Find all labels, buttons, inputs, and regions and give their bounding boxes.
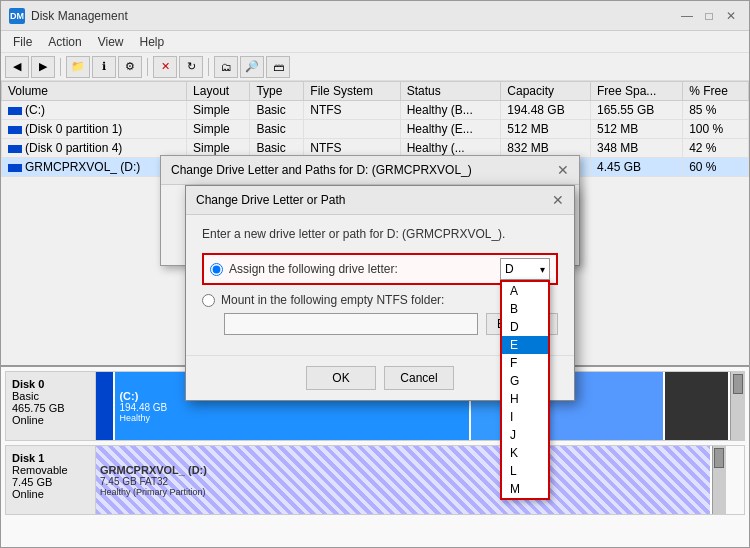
col-capacity[interactable]: Capacity — [501, 82, 591, 101]
toolbar-btn-extra1[interactable]: 🗃 — [266, 56, 290, 78]
folder-path-input[interactable] — [224, 313, 478, 335]
menu-help[interactable]: Help — [132, 33, 173, 51]
toolbar-btn-5[interactable]: ⚙ — [118, 56, 142, 78]
disk-0-scrollbar-thumb[interactable] — [733, 374, 743, 394]
radio-mount-input[interactable] — [202, 294, 215, 307]
volume-icon — [8, 126, 22, 134]
dropdown-item-k[interactable]: K — [502, 444, 548, 462]
table-cell: 85 % — [683, 101, 749, 120]
toolbar-sep-1 — [60, 58, 61, 76]
disk-0-part-black — [665, 372, 730, 440]
disk-1-scrollbar-thumb[interactable] — [714, 448, 724, 468]
disk-1-row: Disk 1 Removable 7.45 GB Online GRMCPRXV… — [5, 445, 745, 515]
dropdown-item-l[interactable]: L — [502, 462, 548, 480]
table-cell: 512 MB — [501, 120, 591, 139]
table-cell: GRMCPRXVOL_ (D:) — [2, 158, 187, 177]
table-cell: NTFS — [304, 101, 400, 120]
radio-group: Assign the following drive letter: D ▾ A… — [202, 253, 558, 335]
disk-1-part-d[interactable]: GRMCPRXVOL_ (D:) 7.45 GB FAT32 Healthy (… — [96, 446, 712, 514]
col-pct[interactable]: % Free — [683, 82, 749, 101]
disk-1-size: 7.45 GB — [12, 476, 89, 488]
menu-action[interactable]: Action — [40, 33, 89, 51]
dropdown-item-f[interactable]: F — [502, 354, 548, 372]
forward-button[interactable]: ▶ — [31, 56, 55, 78]
dropdown-item-a[interactable]: A — [502, 282, 548, 300]
table-cell: 4.45 GB — [590, 158, 682, 177]
col-free[interactable]: Free Spa... — [590, 82, 682, 101]
dialog-bg-close-button[interactable]: ✕ — [557, 162, 569, 178]
dropdown-current-value: D — [505, 262, 514, 276]
toolbar-btn-refresh[interactable]: ↻ — [179, 56, 203, 78]
dropdown-header[interactable]: D ▾ — [500, 258, 550, 280]
ok-button[interactable]: OK — [306, 366, 376, 390]
dialog-bg-title: Change Drive Letter and Paths for D: (GR… — [171, 163, 472, 177]
maximize-button[interactable]: □ — [699, 6, 719, 26]
disk-1-scrollbar[interactable] — [712, 446, 726, 514]
disk-1-type: Removable — [12, 464, 89, 476]
dropdown-item-i[interactable]: I — [502, 408, 548, 426]
menu-bar: File Action View Help — [1, 31, 749, 53]
radio-assign-label[interactable]: Assign the following drive letter: — [229, 262, 398, 276]
dropdown-item-e[interactable]: E — [502, 336, 548, 354]
dialog-change-drive-letter[interactable]: Change Drive Letter or Path ✕ Enter a ne… — [185, 185, 575, 401]
disk-1-info: Disk 1 Removable 7.45 GB Online — [6, 446, 96, 514]
dialog-fg-body: Enter a new drive letter or path for D: … — [186, 215, 574, 355]
col-status[interactable]: Status — [400, 82, 501, 101]
drive-letter-dropdown[interactable]: D ▾ A B D E F G H I J — [500, 258, 550, 280]
toolbar-btn-4[interactable]: ℹ — [92, 56, 116, 78]
dialog-bg-title-bar: Change Drive Letter and Paths for D: (GR… — [161, 156, 579, 185]
dropdown-item-m[interactable]: M — [502, 480, 548, 498]
menu-file[interactable]: File — [5, 33, 40, 51]
back-button[interactable]: ◀ — [5, 56, 29, 78]
table-cell: (C:) — [2, 101, 187, 120]
table-cell: Healthy (B... — [400, 101, 501, 120]
menu-view[interactable]: View — [90, 33, 132, 51]
dropdown-arrow-icon: ▾ — [540, 264, 545, 275]
disk-0-status: Online — [12, 414, 89, 426]
dropdown-item-j[interactable]: J — [502, 426, 548, 444]
dropdown-item-h[interactable]: H — [502, 390, 548, 408]
dropdown-item-d[interactable]: D — [502, 318, 548, 336]
table-cell — [304, 120, 400, 139]
table-cell: Simple — [187, 101, 250, 120]
cancel-button[interactable]: Cancel — [384, 366, 454, 390]
title-bar-left: DM Disk Management — [9, 8, 128, 24]
dropdown-item-b[interactable]: B — [502, 300, 548, 318]
dialog-fg-close-button[interactable]: ✕ — [552, 192, 564, 208]
radio-mount-label[interactable]: Mount in the following empty NTFS folder… — [221, 293, 444, 307]
volume-icon — [8, 145, 22, 153]
col-type[interactable]: Type — [250, 82, 304, 101]
radio-assign-row: Assign the following drive letter: D ▾ A… — [202, 253, 558, 285]
table-cell: Healthy (E... — [400, 120, 501, 139]
volume-icon — [8, 107, 22, 115]
disk-0-scrollbar[interactable] — [730, 372, 744, 440]
toolbar-btn-delete[interactable]: ✕ — [153, 56, 177, 78]
title-bar: DM Disk Management — □ ✕ — [1, 1, 749, 31]
disk-0-part-0[interactable] — [96, 372, 115, 440]
disk-1-status: Online — [12, 488, 89, 500]
radio-assign-input[interactable] — [210, 263, 223, 276]
table-cell: Simple — [187, 120, 250, 139]
dropdown-item-g[interactable]: G — [502, 372, 548, 390]
table-cell: Basic — [250, 120, 304, 139]
close-button[interactable]: ✕ — [721, 6, 741, 26]
dropdown-item-n[interactable]: N — [502, 498, 548, 500]
toolbar-btn-map[interactable]: 🗂 — [214, 56, 238, 78]
col-volume[interactable]: Volume — [2, 82, 187, 101]
table-cell: 348 MB — [590, 139, 682, 158]
col-layout[interactable]: Layout — [187, 82, 250, 101]
toolbar: ◀ ▶ 📁 ℹ ⚙ ✕ ↻ 🗂 🔎 🗃 — [1, 53, 749, 81]
table-row[interactable]: (C:)SimpleBasicNTFSHealthy (B...194.48 G… — [2, 101, 749, 120]
toolbar-btn-search[interactable]: 🔎 — [240, 56, 264, 78]
table-cell: 194.48 GB — [501, 101, 591, 120]
minimize-button[interactable]: — — [677, 6, 697, 26]
table-cell: (Disk 0 partition 4) — [2, 139, 187, 158]
table-cell: 42 % — [683, 139, 749, 158]
col-filesystem[interactable]: File System — [304, 82, 400, 101]
table-row[interactable]: (Disk 0 partition 1)SimpleBasicHealthy (… — [2, 120, 749, 139]
window-title: Disk Management — [31, 9, 128, 23]
dropdown-list[interactable]: A B D E F G H I J K L M N — [500, 280, 550, 500]
disk-0-size: 465.75 GB — [12, 402, 89, 414]
toolbar-btn-3[interactable]: 📁 — [66, 56, 90, 78]
table-cell: 512 MB — [590, 120, 682, 139]
